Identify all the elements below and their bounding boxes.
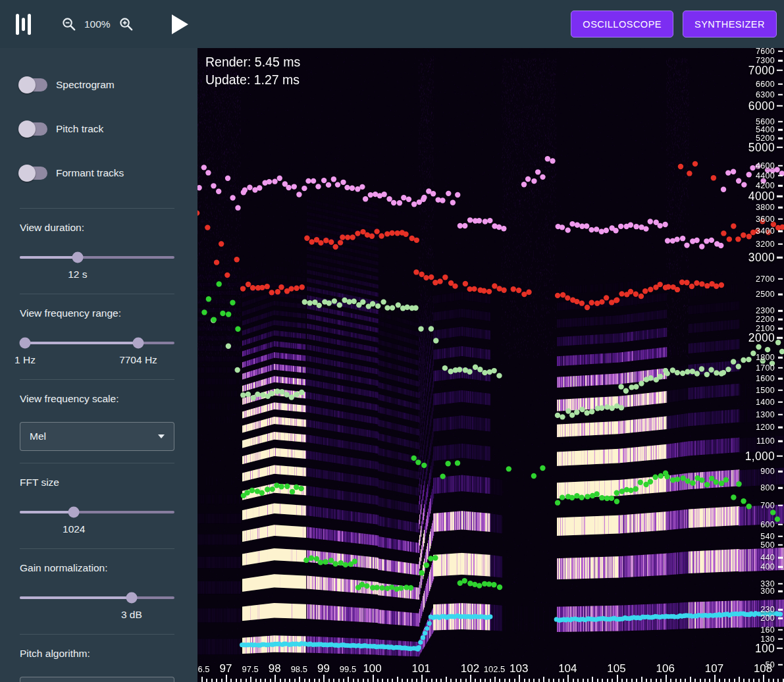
time-tick-mark	[734, 679, 735, 682]
view-duration-value: 12 s	[68, 269, 87, 280]
freq-tick-mark	[777, 337, 783, 339]
time-tick-mark	[333, 679, 334, 682]
gain-norm-slider[interactable]	[20, 591, 174, 604]
time-tick-mark	[490, 679, 491, 682]
spectrogram-switch[interactable]	[20, 78, 47, 92]
time-tick-mark	[407, 679, 408, 682]
view-duration-value-row: 12 s	[20, 269, 174, 282]
zoom-out-icon[interactable]	[61, 16, 76, 32]
freq-tick-mark	[778, 609, 783, 611]
fft-size-knob[interactable]	[68, 507, 80, 518]
toggle-spectrogram[interactable]: Spectrogram	[20, 76, 174, 94]
time-tick-mark	[694, 679, 696, 682]
freq-range-max-knob[interactable]	[133, 338, 144, 349]
time-tick-mark	[636, 679, 637, 682]
time-tick-label: 97.5	[242, 664, 258, 674]
formant-tracks-toggle-label: Formant tracks	[56, 167, 124, 179]
freq-tick-label: 6300	[756, 90, 775, 99]
freq-range-min-knob[interactable]	[19, 338, 30, 349]
spectrogram-canvas[interactable]	[197, 48, 784, 682]
view-duration-slider[interactable]	[20, 251, 174, 264]
freq-tick-mark	[778, 544, 783, 546]
formant-tracks-switch[interactable]	[20, 167, 47, 180]
freq-tick-mark	[778, 638, 783, 640]
time-tick-mark	[284, 679, 286, 682]
time-tick-mark	[504, 679, 506, 682]
freq-scale-selected-value: Mel	[30, 431, 46, 442]
time-tick-label: 102.5	[484, 664, 506, 674]
spectrogram-toggle-label: Spectrogram	[56, 79, 115, 91]
freq-tick-mark	[778, 389, 783, 391]
freq-tick-label: 3600	[756, 215, 775, 224]
fft-size-value: 1024	[63, 523, 85, 535]
time-tick-mark	[533, 679, 535, 682]
freq-tick-mark	[778, 505, 783, 507]
freq-tick-label: 1600	[756, 374, 775, 383]
toggle-formant-tracks[interactable]: Formant tracks	[20, 164, 174, 182]
time-tick-mark	[563, 679, 564, 682]
oscilloscope-button[interactable]: OSCILLOSCOPE	[571, 11, 673, 38]
freq-tick-mark	[778, 629, 783, 631]
time-tick-mark	[436, 679, 437, 682]
time-tick-mark	[440, 679, 442, 682]
time-tick-mark	[426, 679, 427, 682]
view-duration-knob[interactable]	[72, 252, 83, 263]
time-tick-mark	[646, 679, 647, 682]
freq-tick-label: 4400	[756, 171, 775, 180]
time-tick-mark	[748, 679, 750, 682]
gain-norm-knob[interactable]	[126, 592, 137, 604]
view-duration-label: View duration:	[20, 222, 174, 234]
time-tick-mark	[548, 679, 550, 682]
freq-tick-label: 2500	[756, 290, 775, 299]
time-tick-mark	[514, 679, 515, 682]
time-tick-mark	[660, 679, 662, 682]
time-tick-mark	[621, 679, 623, 682]
freq-tick-label: 2300	[756, 306, 775, 315]
freq-range-slider[interactable]	[20, 336, 174, 350]
zoom-in-icon[interactable]	[118, 16, 134, 32]
time-tick-mark	[402, 679, 403, 682]
time-tick-mark	[558, 679, 560, 682]
pitch-algorithm-select[interactable]: RAPT	[20, 677, 174, 682]
time-tick-mark	[246, 679, 247, 682]
time-tick-mark	[612, 679, 613, 682]
time-tick-mark	[724, 679, 725, 682]
freq-tick-mark	[778, 294, 783, 296]
freq-tick-label: 7000	[748, 63, 775, 77]
time-tick-mark	[260, 679, 261, 682]
freq-tick-label: 160	[760, 625, 775, 635]
freq-tick-mark	[778, 94, 783, 96]
toggle-pitch-track[interactable]: Pitch track	[20, 120, 174, 138]
update-time: Update: 1.27 ms	[205, 71, 300, 89]
time-tick-mark	[338, 679, 340, 682]
time-tick-mark	[367, 679, 369, 682]
spectrogram-plot[interactable]: Render: 5.45 ms Update: 1.27 ms 76007300…	[197, 48, 784, 682]
play-button[interactable]	[172, 14, 188, 34]
pitch-track-switch[interactable]	[20, 122, 47, 136]
time-tick-mark	[758, 679, 760, 682]
freq-scale-select[interactable]: Mel	[20, 422, 174, 451]
freq-tick-mark	[778, 617, 783, 619]
slider-fill	[20, 256, 78, 259]
fft-size-value-row: 1024	[20, 523, 174, 537]
time-tick-mark	[494, 677, 496, 682]
synthesizer-button[interactable]: SYNTHESIZER	[683, 11, 777, 38]
freq-tick-mark	[778, 536, 783, 538]
freq-tick-label: 600	[760, 520, 775, 529]
time-tick-mark	[538, 679, 540, 682]
freq-tick-label: 500	[760, 540, 775, 550]
freq-tick-mark	[777, 146, 783, 148]
freq-tick-mark	[778, 357, 783, 359]
freq-tick-mark	[778, 138, 783, 140]
time-tick-mark	[465, 679, 467, 682]
time-tick-mark	[666, 675, 667, 682]
time-tick-mark	[397, 677, 398, 682]
time-tick-mark	[583, 679, 584, 682]
fft-size-slider[interactable]	[20, 506, 174, 519]
time-tick-mark	[456, 679, 457, 682]
time-tick-mark	[216, 679, 217, 682]
time-tick-mark	[675, 679, 677, 682]
freq-tick-label: 4600	[756, 161, 775, 170]
zoom-level: 100%	[84, 18, 111, 30]
time-tick-mark	[475, 679, 476, 682]
